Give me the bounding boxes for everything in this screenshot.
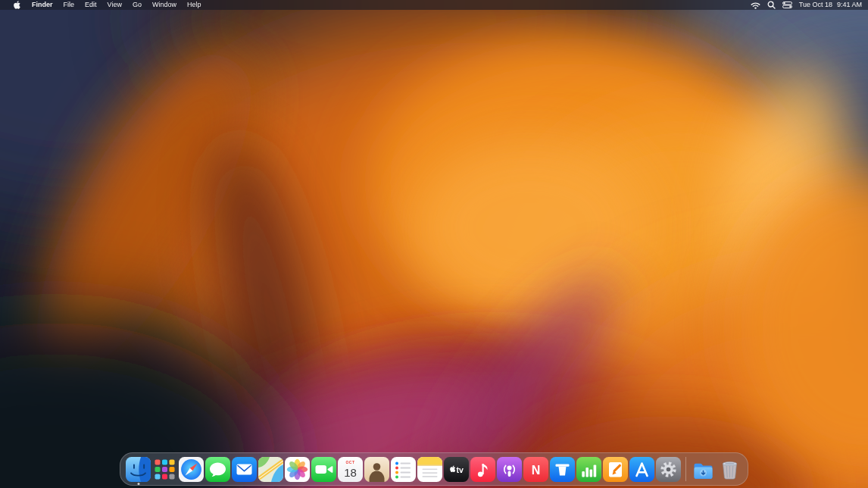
reminders-icon <box>391 457 416 482</box>
menu-window[interactable]: Window <box>147 0 182 10</box>
dock-item-photos[interactable] <box>285 457 310 482</box>
menu-finder[interactable]: Finder <box>27 0 58 10</box>
clock-time: 9:41 AM <box>837 0 862 10</box>
dock-item-maps[interactable] <box>258 457 283 482</box>
clock-date: Tue Oct 18 <box>799 0 832 10</box>
menu-edit[interactable]: Edit <box>80 0 102 10</box>
dock-item-facetime[interactable] <box>311 457 336 482</box>
pages-icon <box>603 457 628 482</box>
wifi-icon[interactable] <box>751 2 760 9</box>
finder-running-indicator <box>137 483 139 485</box>
launchpad-icon <box>152 457 177 482</box>
app-store-icon <box>629 457 654 482</box>
numbers-icon <box>576 457 601 482</box>
news-glyph: N <box>532 463 541 476</box>
dock-item-keynote[interactable] <box>550 457 575 482</box>
desktop[interactable]: Finder File Edit View Go Window Help <box>0 0 868 488</box>
menu-bar-clock[interactable]: Tue Oct 18 9:41 AM <box>799 0 862 10</box>
dock-item-downloads[interactable] <box>691 457 716 482</box>
dock: OCT 18 <box>120 452 748 486</box>
music-icon <box>470 457 495 482</box>
maps-icon <box>258 457 283 482</box>
dock-item-messages[interactable] <box>205 457 230 482</box>
dock-divider <box>685 457 686 481</box>
search-icon[interactable] <box>767 1 776 9</box>
contacts-icon <box>364 457 389 482</box>
notes-icon <box>417 457 442 482</box>
system-settings-icon <box>656 457 681 482</box>
photos-icon <box>285 457 310 482</box>
dock-item-contacts[interactable] <box>364 457 389 482</box>
dock-item-music[interactable] <box>470 457 495 482</box>
menu-help[interactable]: Help <box>182 0 207 10</box>
dock-item-podcasts[interactable] <box>497 457 522 482</box>
podcasts-icon <box>497 457 522 482</box>
finder-icon <box>126 457 151 482</box>
dock-item-system-settings[interactable] <box>656 457 681 482</box>
calendar-month: OCT <box>345 460 354 465</box>
menu-file[interactable]: File <box>58 0 80 10</box>
dock-item-mail[interactable] <box>232 457 257 482</box>
calendar-icon: OCT 18 <box>338 457 363 482</box>
dock-item-numbers[interactable] <box>576 457 601 482</box>
dock-item-calendar[interactable]: OCT 18 <box>338 457 363 482</box>
dock-item-notes[interactable] <box>417 457 442 482</box>
keynote-icon <box>550 457 575 482</box>
menu-bar: Finder File Edit View Go Window Help <box>0 0 868 10</box>
messages-icon <box>205 457 230 482</box>
apple-menu[interactable] <box>9 1 27 9</box>
dock-item-finder[interactable] <box>126 457 151 482</box>
dock-item-app-store[interactable] <box>629 457 654 482</box>
calendar-day: 18 <box>344 465 357 478</box>
tv-icon: tv <box>444 457 469 482</box>
dock-item-safari[interactable] <box>179 457 204 482</box>
control-center-icon[interactable] <box>782 2 792 8</box>
menu-view[interactable]: View <box>102 0 127 10</box>
safari-icon <box>179 457 204 482</box>
menu-go[interactable]: Go <box>127 0 147 10</box>
downloads-folder-icon <box>691 457 716 482</box>
dock-item-news[interactable]: N <box>523 457 548 482</box>
dock-item-pages[interactable] <box>603 457 628 482</box>
facetime-icon <box>311 457 336 482</box>
dock-item-launchpad[interactable] <box>152 457 177 482</box>
tv-glyph: tv <box>457 465 464 474</box>
news-icon: N <box>523 457 548 482</box>
wallpaper <box>0 0 868 488</box>
trash-icon <box>717 457 742 482</box>
mail-icon <box>232 457 257 482</box>
apple-icon <box>14 1 20 9</box>
dock-item-reminders[interactable] <box>391 457 416 482</box>
dock-item-tv[interactable]: tv <box>444 457 469 482</box>
dock-item-trash[interactable] <box>717 457 742 482</box>
